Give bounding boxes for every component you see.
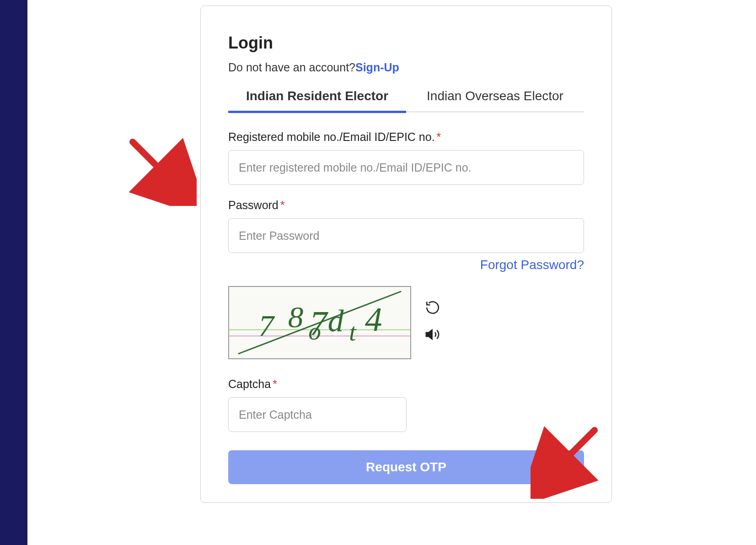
left-nav-bar <box>0 0 27 545</box>
svg-line-11 <box>133 142 183 192</box>
svg-text:d: d <box>328 304 344 338</box>
audio-captcha-icon[interactable] <box>425 327 440 345</box>
no-account-text: Do not have an account? <box>228 61 355 74</box>
login-tabs: Indian Resident Elector Indian Overseas … <box>228 89 584 112</box>
svg-text:t: t <box>349 318 357 346</box>
username-field-group: Registered mobile no./Email ID/EPIC no.* <box>228 130 584 185</box>
annotation-arrow-icon <box>123 133 197 206</box>
svg-marker-10 <box>426 330 432 339</box>
captcha-controls <box>425 300 440 345</box>
signup-link[interactable]: Sign-Up <box>355 61 399 74</box>
captcha-row: 7 8 7 o d t 4 <box>228 286 584 359</box>
forgot-password-row: Forgot Password? <box>228 258 584 272</box>
username-input[interactable] <box>228 150 584 185</box>
captcha-input[interactable] <box>228 397 407 432</box>
signup-prompt: Do not have an account?Sign-Up <box>228 61 584 74</box>
password-field-group: Password* <box>228 199 584 253</box>
captcha-label-text: Captcha <box>228 378 271 390</box>
svg-text:4: 4 <box>365 300 382 338</box>
password-input[interactable] <box>228 218 584 253</box>
svg-text:8: 8 <box>288 300 304 333</box>
username-label-text: Registered mobile no./Email ID/EPIC no. <box>228 130 435 143</box>
captcha-image: 7 8 7 o d t 4 <box>228 286 411 359</box>
captcha-field-group: Captcha* <box>228 378 584 432</box>
svg-text:7: 7 <box>258 309 275 342</box>
username-label: Registered mobile no./Email ID/EPIC no.* <box>228 130 584 144</box>
login-title: Login <box>228 33 584 53</box>
password-label-text: Password <box>228 199 279 211</box>
forgot-password-link[interactable]: Forgot Password? <box>480 258 584 272</box>
refresh-captcha-icon[interactable] <box>425 300 440 318</box>
password-label: Password* <box>228 199 584 212</box>
request-otp-button[interactable]: Request OTP <box>228 450 584 484</box>
tab-indian-resident[interactable]: Indian Resident Elector <box>228 89 406 113</box>
tab-indian-overseas[interactable]: Indian Overseas Elector <box>406 89 584 112</box>
required-asterisk: * <box>273 378 277 390</box>
login-card: Login Do not have an account?Sign-Up Ind… <box>200 5 612 503</box>
required-asterisk: * <box>280 199 285 211</box>
captcha-label: Captcha* <box>228 378 584 391</box>
required-asterisk: * <box>437 130 441 143</box>
svg-text:o: o <box>308 317 321 345</box>
